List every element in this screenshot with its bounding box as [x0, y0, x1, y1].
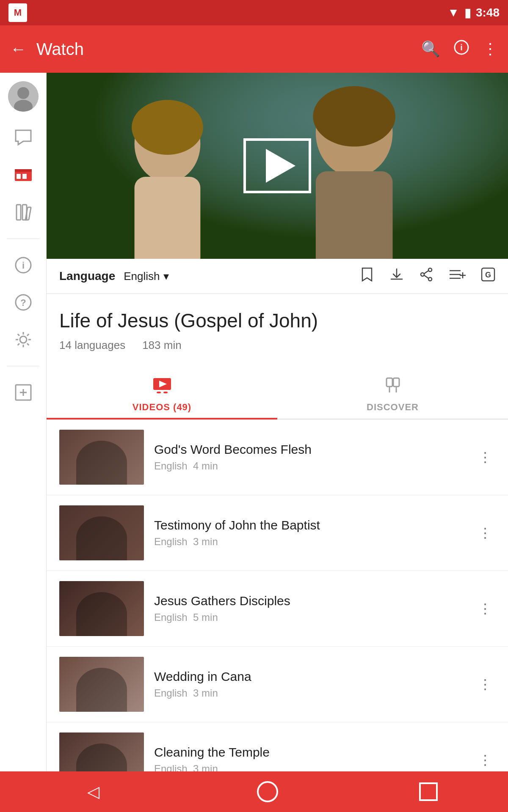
video-thumbnail-3 — [59, 581, 144, 636]
languages-count: 14 languages — [59, 339, 125, 352]
video-details-5: Cleaning the Temple English 3 min — [154, 745, 465, 771]
nav-recent-button[interactable] — [419, 782, 438, 801]
search-button[interactable]: 🔍 — [421, 40, 440, 58]
svg-rect-41 — [163, 392, 168, 393]
video-thumbnail-5 — [59, 732, 144, 771]
nav-back-button[interactable]: ◁ — [70, 778, 116, 805]
sidebar-item-chat[interactable] — [12, 127, 34, 149]
language-actions: G — [360, 267, 495, 285]
video-details-2: Testimony of John the Baptist English 3 … — [154, 518, 465, 548]
video-item[interactable]: Jesus Gathers Disciples English 5 min ⋮ — [47, 571, 508, 647]
video-item-meta-2: English 3 min — [154, 536, 465, 548]
svg-line-29 — [424, 271, 428, 274]
app-bar: ← Watch 🔍 i ⋮ — [0, 25, 508, 73]
video-item-title-4: Wedding in Cana — [154, 669, 465, 684]
dropdown-icon: ▾ — [163, 270, 169, 283]
sidebar-item-help[interactable]: ? — [12, 291, 34, 313]
gmail-icon: M — [8, 3, 27, 22]
language-bar: Language English ▾ G — [47, 259, 508, 294]
video-info: Life of Jesus (Gospel of John) 14 langua… — [47, 294, 508, 360]
video-duration: 183 min — [142, 339, 182, 352]
video-item[interactable]: Testimony of John the Baptist English 3 … — [47, 495, 508, 571]
video-item-meta-5: English 3 min — [154, 763, 465, 771]
video-more-button-3[interactable]: ⋮ — [475, 597, 495, 620]
content-area: Language English ▾ G — [47, 73, 508, 771]
sidebar-item-info[interactable]: i — [12, 254, 34, 276]
video-details-4: Wedding in Cana English 3 min — [154, 669, 465, 699]
svg-rect-8 — [22, 174, 27, 179]
tab-discover[interactable]: DISCOVER — [277, 369, 508, 419]
video-item[interactable]: Cleaning the Temple English 3 min ⋮ — [47, 722, 508, 771]
videos-tab-label: VIDEOS (49) — [133, 402, 191, 413]
svg-rect-7 — [17, 174, 21, 179]
svg-point-27 — [421, 273, 424, 276]
tabs-container: VIDEOS (49) DISCOVER — [47, 369, 508, 420]
svg-rect-6 — [15, 169, 32, 172]
svg-rect-21 — [135, 177, 201, 259]
video-item[interactable]: Wedding in Cana English 3 min ⋮ — [47, 647, 508, 722]
svg-text:G: G — [485, 271, 491, 279]
video-more-button-2[interactable]: ⋮ — [475, 521, 495, 544]
video-thumbnail-2 — [59, 505, 144, 560]
back-button[interactable]: ← — [10, 40, 26, 58]
video-thumbnail-4 — [59, 657, 144, 712]
sidebar-item-add[interactable] — [12, 381, 34, 403]
svg-rect-9 — [17, 205, 21, 220]
language-label: Language — [59, 269, 115, 283]
video-title: Life of Jesus (Gospel of John) — [59, 309, 495, 332]
video-item-meta-4: English 3 min — [154, 687, 465, 699]
sidebar-divider-2 — [7, 366, 39, 366]
svg-rect-40 — [157, 392, 161, 393]
svg-point-25 — [313, 86, 395, 147]
grade-button[interactable]: G — [481, 267, 495, 285]
download-button[interactable] — [389, 267, 404, 285]
discover-tab-label: DISCOVER — [367, 402, 419, 413]
add-to-list-button[interactable] — [449, 267, 466, 285]
svg-line-30 — [424, 275, 428, 278]
sidebar-item-library[interactable] — [12, 201, 34, 223]
main-layout: i ? — [0, 73, 508, 771]
tab-videos[interactable]: VIDEOS (49) — [47, 369, 277, 419]
svg-point-28 — [428, 277, 432, 281]
video-list: God's Word Becomes Flesh English 4 min ⋮… — [47, 420, 508, 771]
video-hero[interactable] — [47, 73, 508, 259]
video-details-1: God's Word Becomes Flesh English 4 min — [154, 442, 465, 472]
app-bar-title: Watch — [36, 40, 411, 59]
app-bar-actions: 🔍 i ⋮ — [421, 40, 498, 59]
svg-text:i: i — [460, 43, 463, 52]
svg-text:i: i — [22, 260, 24, 271]
selected-language: English — [124, 270, 160, 283]
status-bar: M ▼ ▮ 3:48 — [0, 0, 508, 25]
video-item-title-2: Testimony of John the Baptist — [154, 518, 465, 532]
bottom-navigation: ◁ — [0, 771, 508, 812]
nav-home-button[interactable] — [257, 781, 278, 802]
share-button[interactable] — [419, 267, 433, 285]
video-item[interactable]: God's Word Becomes Flesh English 4 min ⋮ — [47, 420, 508, 495]
info-button[interactable]: i — [454, 40, 469, 59]
play-button[interactable] — [243, 138, 311, 193]
bookmark-button[interactable] — [360, 267, 374, 285]
video-more-button-5[interactable]: ⋮ — [475, 749, 495, 771]
video-more-button-1[interactable]: ⋮ — [475, 446, 495, 469]
video-more-button-4[interactable]: ⋮ — [475, 673, 495, 696]
video-item-title-1: God's Word Becomes Flesh — [154, 442, 465, 457]
video-thumbnail-1 — [59, 430, 144, 485]
wifi-icon: ▼ — [447, 6, 459, 19]
sidebar-item-settings[interactable] — [12, 329, 34, 351]
svg-point-3 — [17, 87, 29, 99]
videos-tab-icon — [152, 377, 172, 398]
battery-icon: ▮ — [464, 6, 471, 20]
more-options-button[interactable]: ⋮ — [483, 40, 498, 58]
svg-point-26 — [428, 268, 432, 272]
svg-text:?: ? — [20, 297, 26, 308]
status-bar-left: M — [8, 3, 27, 22]
sidebar-item-media[interactable] — [12, 164, 34, 186]
language-selector[interactable]: English ▾ — [124, 270, 168, 283]
video-item-title-5: Cleaning the Temple — [154, 745, 465, 760]
svg-point-24 — [132, 100, 203, 155]
user-avatar[interactable] — [8, 81, 39, 112]
video-details-3: Jesus Gathers Disciples English 5 min — [154, 594, 465, 623]
video-item-title-3: Jesus Gathers Disciples — [154, 594, 465, 608]
svg-rect-23 — [316, 171, 393, 259]
clock: 3:48 — [476, 6, 500, 19]
